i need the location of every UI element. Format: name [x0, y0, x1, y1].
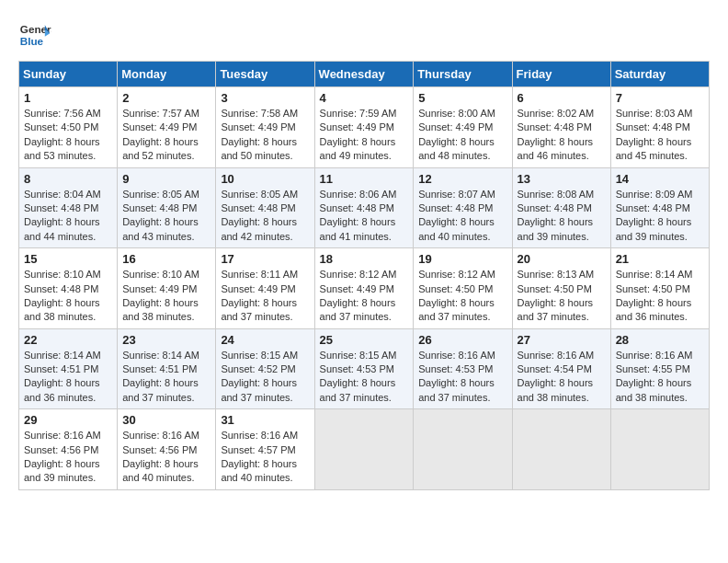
sunset-label: Sunset: 4:50 PM	[518, 283, 592, 294]
day-number: 11	[320, 172, 409, 186]
sunrise-label: Sunrise: 7:59 AM	[320, 108, 397, 119]
day-cell	[314, 409, 414, 490]
sunrise-label: Sunrise: 8:08 AM	[518, 189, 595, 200]
sunrise-label: Sunrise: 7:57 AM	[122, 108, 199, 119]
day-number: 5	[418, 91, 506, 105]
calendar-table: SundayMondayTuesdayWednesdayThursdayFrid…	[18, 61, 710, 490]
sunset-label: Sunset: 4:48 PM	[616, 121, 690, 132]
day-number: 30	[122, 413, 210, 427]
daylight-label: Daylight: 8 hours and 48 minutes.	[418, 136, 495, 161]
daylight-label: Daylight: 8 hours and 38 minutes.	[122, 297, 199, 322]
sunset-label: Sunset: 4:48 PM	[320, 202, 394, 213]
page-header: General Blue	[18, 18, 710, 52]
day-cell: 30 Sunrise: 8:16 AM Sunset: 4:56 PM Dayl…	[118, 409, 216, 490]
day-info: Sunrise: 8:04 AM Sunset: 4:48 PM Dayligh…	[24, 188, 112, 245]
day-info: Sunrise: 8:15 AM Sunset: 4:53 PM Dayligh…	[320, 349, 409, 406]
day-cell: 23 Sunrise: 8:14 AM Sunset: 4:51 PM Dayl…	[118, 328, 216, 409]
sunrise-label: Sunrise: 8:12 AM	[320, 269, 397, 280]
col-header-friday: Friday	[512, 62, 610, 87]
day-number: 29	[24, 413, 112, 427]
day-number: 15	[24, 252, 112, 266]
sunrise-label: Sunrise: 8:07 AM	[418, 189, 495, 200]
sunset-label: Sunset: 4:57 PM	[221, 444, 295, 455]
daylight-label: Daylight: 8 hours and 36 minutes.	[24, 377, 100, 402]
day-cell	[610, 409, 709, 490]
daylight-label: Daylight: 8 hours and 40 minutes.	[221, 458, 297, 483]
sunset-label: Sunset: 4:49 PM	[320, 121, 394, 132]
sunset-label: Sunset: 4:56 PM	[24, 444, 98, 455]
sunrise-label: Sunrise: 8:14 AM	[24, 350, 101, 361]
day-number: 22	[24, 333, 112, 347]
day-number: 14	[616, 172, 704, 186]
day-cell: 27 Sunrise: 8:16 AM Sunset: 4:54 PM Dayl…	[512, 328, 610, 409]
sunset-label: Sunset: 4:49 PM	[122, 283, 197, 294]
sunrise-label: Sunrise: 8:14 AM	[122, 350, 199, 361]
day-info: Sunrise: 8:16 AM Sunset: 4:57 PM Dayligh…	[221, 429, 309, 486]
day-info: Sunrise: 8:08 AM Sunset: 4:48 PM Dayligh…	[518, 188, 606, 245]
daylight-label: Daylight: 8 hours and 52 minutes.	[122, 136, 199, 161]
day-info: Sunrise: 7:58 AM Sunset: 4:49 PM Dayligh…	[221, 107, 309, 164]
daylight-label: Daylight: 8 hours and 39 minutes.	[518, 216, 594, 241]
daylight-label: Daylight: 8 hours and 43 minutes.	[122, 216, 199, 241]
sunrise-label: Sunrise: 8:09 AM	[616, 189, 693, 200]
day-cell: 9 Sunrise: 8:05 AM Sunset: 4:48 PM Dayli…	[118, 167, 216, 248]
sunset-label: Sunset: 4:53 PM	[320, 363, 394, 374]
day-info: Sunrise: 7:56 AM Sunset: 4:50 PM Dayligh…	[24, 107, 112, 164]
day-cell: 19 Sunrise: 8:12 AM Sunset: 4:50 PM Dayl…	[414, 248, 512, 329]
day-number: 9	[122, 172, 210, 186]
day-cell: 7 Sunrise: 8:03 AM Sunset: 4:48 PM Dayli…	[610, 87, 709, 168]
day-cell: 1 Sunrise: 7:56 AM Sunset: 4:50 PM Dayli…	[19, 87, 118, 168]
day-info: Sunrise: 8:03 AM Sunset: 4:48 PM Dayligh…	[616, 107, 704, 164]
day-info: Sunrise: 8:16 AM Sunset: 4:54 PM Dayligh…	[518, 349, 606, 406]
sunrise-label: Sunrise: 8:16 AM	[616, 350, 693, 361]
sunrise-label: Sunrise: 8:04 AM	[24, 189, 101, 200]
week-row-2: 8 Sunrise: 8:04 AM Sunset: 4:48 PM Dayli…	[19, 167, 710, 248]
day-cell: 29 Sunrise: 8:16 AM Sunset: 4:56 PM Dayl…	[19, 409, 118, 490]
day-cell: 24 Sunrise: 8:15 AM Sunset: 4:52 PM Dayl…	[216, 328, 314, 409]
daylight-label: Daylight: 8 hours and 37 minutes.	[518, 297, 594, 322]
col-header-wednesday: Wednesday	[314, 62, 414, 87]
week-row-5: 29 Sunrise: 8:16 AM Sunset: 4:56 PM Dayl…	[19, 409, 710, 490]
day-cell: 31 Sunrise: 8:16 AM Sunset: 4:57 PM Dayl…	[216, 409, 314, 490]
day-cell	[414, 409, 512, 490]
day-number: 20	[518, 252, 606, 266]
day-number: 12	[418, 172, 506, 186]
day-number: 23	[122, 333, 210, 347]
sunset-label: Sunset: 4:51 PM	[122, 363, 197, 374]
sunset-label: Sunset: 4:48 PM	[518, 202, 592, 213]
day-number: 26	[418, 333, 506, 347]
day-cell: 14 Sunrise: 8:09 AM Sunset: 4:48 PM Dayl…	[610, 167, 709, 248]
day-info: Sunrise: 8:07 AM Sunset: 4:48 PM Dayligh…	[418, 188, 506, 245]
day-cell: 12 Sunrise: 8:07 AM Sunset: 4:48 PM Dayl…	[414, 167, 512, 248]
col-header-saturday: Saturday	[610, 62, 709, 87]
day-cell: 16 Sunrise: 8:10 AM Sunset: 4:49 PM Dayl…	[118, 248, 216, 329]
col-header-thursday: Thursday	[414, 62, 512, 87]
day-info: Sunrise: 8:16 AM Sunset: 4:53 PM Dayligh…	[418, 349, 506, 406]
daylight-label: Daylight: 8 hours and 37 minutes.	[221, 377, 297, 402]
sunset-label: Sunset: 4:48 PM	[122, 202, 197, 213]
day-cell: 15 Sunrise: 8:10 AM Sunset: 4:48 PM Dayl…	[19, 248, 118, 329]
day-cell: 28 Sunrise: 8:16 AM Sunset: 4:55 PM Dayl…	[610, 328, 709, 409]
day-cell: 11 Sunrise: 8:06 AM Sunset: 4:48 PM Dayl…	[314, 167, 414, 248]
day-number: 13	[518, 172, 606, 186]
sunrise-label: Sunrise: 8:11 AM	[221, 269, 298, 280]
day-info: Sunrise: 8:12 AM Sunset: 4:50 PM Dayligh…	[418, 268, 506, 325]
day-info: Sunrise: 8:14 AM Sunset: 4:51 PM Dayligh…	[122, 349, 210, 406]
daylight-label: Daylight: 8 hours and 37 minutes.	[122, 377, 199, 402]
sunset-label: Sunset: 4:54 PM	[518, 363, 592, 374]
sunrise-label: Sunrise: 8:16 AM	[518, 350, 595, 361]
col-header-tuesday: Tuesday	[216, 62, 314, 87]
logo-icon: General Blue	[18, 18, 51, 52]
day-cell: 2 Sunrise: 7:57 AM Sunset: 4:49 PM Dayli…	[118, 87, 216, 168]
day-cell: 26 Sunrise: 8:16 AM Sunset: 4:53 PM Dayl…	[414, 328, 512, 409]
daylight-label: Daylight: 8 hours and 53 minutes.	[24, 136, 100, 161]
day-info: Sunrise: 8:16 AM Sunset: 4:55 PM Dayligh…	[616, 349, 704, 406]
day-number: 21	[616, 252, 704, 266]
day-info: Sunrise: 8:05 AM Sunset: 4:48 PM Dayligh…	[221, 188, 309, 245]
day-cell: 10 Sunrise: 8:05 AM Sunset: 4:48 PM Dayl…	[216, 167, 314, 248]
day-cell: 4 Sunrise: 7:59 AM Sunset: 4:49 PM Dayli…	[314, 87, 414, 168]
day-number: 28	[616, 333, 704, 347]
sunrise-label: Sunrise: 8:15 AM	[221, 350, 298, 361]
day-info: Sunrise: 8:14 AM Sunset: 4:50 PM Dayligh…	[616, 268, 704, 325]
day-cell: 18 Sunrise: 8:12 AM Sunset: 4:49 PM Dayl…	[314, 248, 414, 329]
